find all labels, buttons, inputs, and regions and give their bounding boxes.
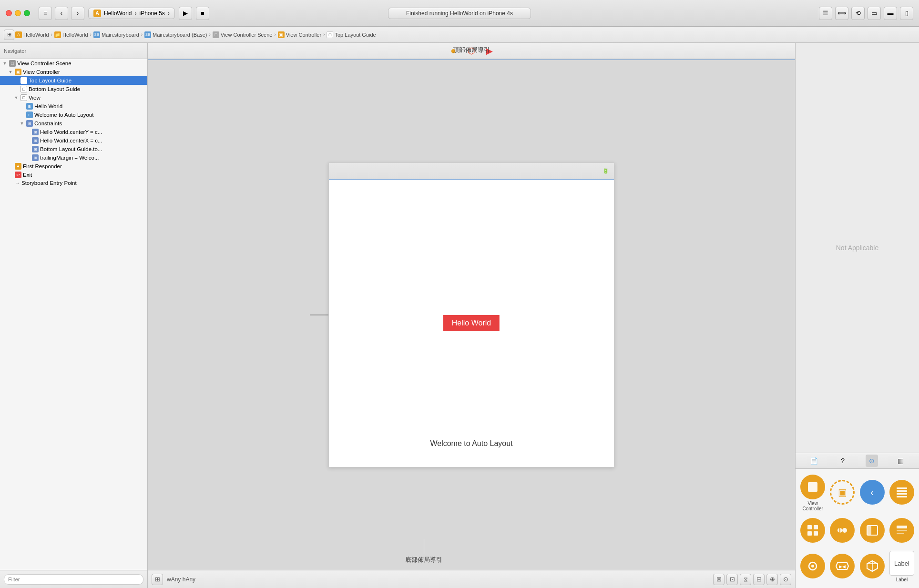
- exit-tree-icon: ↩: [15, 172, 21, 178]
- sidebar-item-c4[interactable]: ⊞ trailingMargin = Welco...: [0, 153, 147, 162]
- chevron-icon: ›: [134, 10, 136, 17]
- breadcrumb-item-mainstoryboard-base[interactable]: SB Main.storyboard (Base): [144, 31, 207, 38]
- forward-button[interactable]: ›: [71, 7, 84, 20]
- sidebar-item-constraints[interactable]: ⊞ Constraints: [0, 119, 147, 128]
- sidebar-item-top-layout[interactable]: □ Top Layout Guide: [0, 76, 147, 85]
- sidebar-item-welcome[interactable]: L Welcome to Auto Layout: [0, 111, 147, 119]
- breadcrumb-item-helloworld[interactable]: A HelloWorld: [15, 31, 49, 38]
- entry-label: Storyboard Entry Point: [21, 180, 77, 186]
- breadcrumb-item-mainstoryboard[interactable]: SB Main.storyboard: [93, 31, 139, 38]
- insp-tab-attributes[interactable]: ▦: [895, 455, 907, 467]
- breadcrumb-item-helloworld2[interactable]: 📁 HelloWorld: [54, 31, 88, 38]
- canvas-icon-circle[interactable]: ●: [447, 45, 460, 57]
- obj-label-item[interactable]: Label Label: [888, 548, 916, 585]
- editor-standard[interactable]: ☰: [819, 7, 832, 20]
- svg-rect-11: [839, 527, 840, 533]
- close-button[interactable]: [6, 10, 12, 16]
- obj-nav-item[interactable]: [888, 515, 916, 547]
- svg-rect-3: [897, 493, 907, 495]
- toplayout-tree-icon: □: [20, 77, 27, 84]
- toplayout-label: Top Layout Guide: [29, 78, 71, 83]
- canvas-area: 頂部佈局導引 ● ⬡ ▶ 🔋 Hello: [148, 43, 795, 588]
- canvas-bottom-bar: ⊞ wAny hAny ⊠ ⊡ ⧖ ⊟ ⊕ ⊙: [148, 570, 795, 588]
- obj-nav-controller[interactable]: ‹: [858, 472, 887, 514]
- add-constraint-btn[interactable]: ⊞: [152, 574, 163, 585]
- editor-version[interactable]: ⟲: [851, 7, 865, 20]
- sidebar: Navigator □ View Controller Scene ▣ View…: [0, 43, 148, 588]
- pan-btn[interactable]: ⊙: [780, 574, 791, 585]
- storyboard-base-icon: SB: [144, 31, 151, 38]
- obj-nav-icon: ‹: [860, 480, 885, 505]
- sidebar-item-first-responder[interactable]: ● First Responder: [0, 162, 147, 171]
- traffic-lights: [6, 10, 30, 16]
- sidebar-item-view[interactable]: □ View: [0, 93, 147, 102]
- maximize-button[interactable]: [24, 10, 30, 16]
- resize-btn[interactable]: ⊟: [753, 574, 765, 585]
- c1-label: Hello World.centerY = c...: [40, 129, 102, 135]
- obj-split-vc[interactable]: [858, 515, 887, 547]
- breadcrumb-item-vc[interactable]: ▣ View Controller: [278, 31, 321, 38]
- svg-rect-16: [897, 533, 904, 534]
- obj-vc-label: View Controller: [800, 501, 825, 511]
- minimize-button[interactable]: [15, 10, 21, 16]
- navigator-panel[interactable]: ▭: [868, 7, 881, 20]
- obj-table-vc[interactable]: [888, 472, 916, 514]
- obj-collection-vc[interactable]: [798, 515, 827, 547]
- obj-vc-dashed[interactable]: ▣: [828, 472, 857, 514]
- run-button[interactable]: ▶: [179, 7, 192, 20]
- debug-panel[interactable]: ▬: [884, 7, 897, 20]
- obj-tabbar-vc[interactable]: [828, 515, 857, 547]
- c1-icon: ⊞: [32, 129, 39, 135]
- obj-camera[interactable]: [798, 548, 827, 585]
- sidebar-item-exit[interactable]: ↩ Exit: [0, 171, 147, 179]
- sidebar-item-storyboard-entry[interactable]: → Storyboard Entry Point: [0, 179, 147, 187]
- obj-view-controller[interactable]: View Controller: [798, 472, 827, 514]
- view-tree-icon: □: [20, 94, 27, 101]
- filter-input[interactable]: [4, 574, 143, 585]
- hello-world-button[interactable]: Hello World: [443, 315, 500, 331]
- breadcrumb-item-vc-scene[interactable]: □ View Controller Scene: [213, 31, 273, 38]
- title-bar: ≡ ‹ › A HelloWorld › iPhone 5s › ▶ ■ Fin…: [0, 0, 919, 27]
- stop-button[interactable]: ■: [196, 7, 209, 20]
- editor-assistant[interactable]: ⟺: [835, 7, 848, 20]
- sidebar-item-vc-scene[interactable]: □ View Controller Scene: [0, 59, 147, 68]
- pin-btn[interactable]: ⊡: [726, 574, 738, 585]
- utilities-panel[interactable]: ▯: [900, 7, 913, 20]
- canvas-icon-play[interactable]: ▶: [483, 45, 496, 57]
- inspector-toolbar: 📄 ? ⊙ ▦: [796, 453, 919, 469]
- sidebar-item-helloworld[interactable]: B Hello World: [0, 102, 147, 111]
- sidebar-bottom: [0, 570, 147, 588]
- obj-cube[interactable]: [858, 548, 887, 585]
- fr-tree-icon: ●: [15, 163, 21, 170]
- title-bar-right: ☰ ⟺ ⟲ ▭ ▬ ▯: [819, 7, 913, 20]
- iphone-content: Hello World Welcome to Auto Layout: [329, 179, 614, 467]
- status-bar: Finished running HelloWorld on iPhone 4s: [388, 8, 531, 19]
- sidebar-item-c3[interactable]: ⊞ Bottom Layout Guide.to...: [0, 145, 147, 153]
- scheme-selector[interactable]: A HelloWorld › iPhone 5s ›: [88, 8, 175, 19]
- sidebar-item-c1[interactable]: ⊞ Hello World.centerY = c...: [0, 128, 147, 136]
- align-btn[interactable]: ⊠: [713, 574, 725, 585]
- disclosure-view: [13, 95, 19, 101]
- back-button[interactable]: ‹: [55, 7, 68, 20]
- insp-tab-quickhelp[interactable]: ?: [837, 455, 849, 467]
- sidebar-item-vc[interactable]: ▣ View Controller: [0, 68, 147, 76]
- inspector-top: Not Applicable: [796, 43, 919, 453]
- bottomlayout-label: Bottom Layout Guide: [29, 86, 80, 92]
- navigator-toggle[interactable]: ≡: [39, 7, 52, 20]
- resolve-btn[interactable]: ⧖: [740, 574, 751, 585]
- not-applicable-label: Not Applicable: [836, 244, 879, 252]
- insp-tab-identity[interactable]: ⊙: [866, 455, 878, 467]
- breadcrumb-grid[interactable]: ⊞: [4, 30, 14, 40]
- breadcrumb-item-toplayout[interactable]: □ Top Layout Guide: [327, 31, 376, 38]
- canvas-content[interactable]: 🔋 Hello World Welcome to Auto Layout: [148, 60, 795, 570]
- sidebar-item-c2[interactable]: ⊞ Hello World.centerX = c...: [0, 136, 147, 145]
- c4-icon: ⊞: [32, 154, 39, 161]
- obj-media[interactable]: ▶◀: [828, 548, 857, 585]
- svg-rect-7: [807, 531, 812, 536]
- zoom-btn[interactable]: ⊕: [766, 574, 778, 585]
- sidebar-item-bottom-layout[interactable]: □ Bottom Layout Guide: [0, 85, 147, 93]
- breadcrumb-sep-4: ›: [209, 32, 210, 37]
- insp-tab-file[interactable]: 📄: [807, 455, 820, 467]
- canvas-icon-cube[interactable]: ⬡: [465, 45, 478, 57]
- constraints-tree-icon: ⊞: [26, 120, 33, 127]
